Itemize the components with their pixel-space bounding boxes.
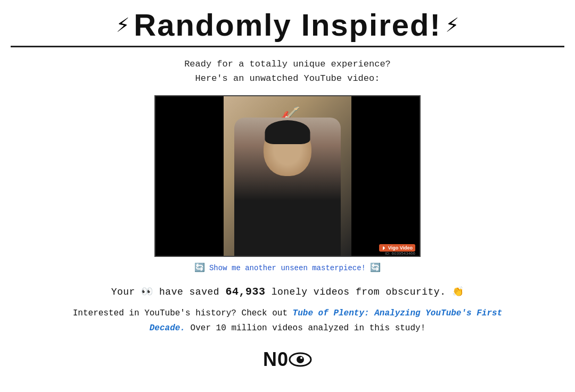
video-black-right (350, 96, 420, 256)
description-text-before: Interested in YouTube's history? Check o… (73, 308, 293, 318)
stats-suffix: lonely videos from obscurity. (272, 287, 446, 297)
refresh-link[interactable]: 🔄 Show me another unseen masterpiece! 🔄 (194, 264, 381, 272)
video-container[interactable]: 🎸 ⏵ Vigo Video ID: 6039543466 (154, 95, 421, 257)
stats-line: Your 👀 have saved 64,933 lonely videos f… (111, 286, 464, 298)
site-title: Randomly Inspired! (134, 10, 441, 40)
lightning-left-icon: ⚡ (116, 11, 129, 39)
description: Interested in YouTube's history? Check o… (59, 306, 516, 335)
header-section: ⚡ Randomly Inspired! ⚡ (11, 0, 564, 47)
bottom-logo: N0 (263, 348, 312, 371)
title-container: ⚡ Randomly Inspired! ⚡ (116, 10, 459, 40)
video-black-left (155, 96, 225, 256)
video-content: 🎸 (224, 96, 351, 256)
refresh-link-text: Show me another unseen masterpiece! (209, 264, 366, 272)
bottom-logo-eye-icon (289, 352, 312, 368)
refresh-icon-left: 🔄 (194, 263, 205, 273)
lightning-right-icon: ⚡ (446, 11, 459, 39)
vigo-badge: ⏵ Vigo Video (379, 244, 415, 252)
stats-eyes-emoji: 👀 (141, 287, 153, 297)
vigo-id: ID: 6039543466 (385, 251, 415, 256)
svg-point-2 (300, 357, 302, 359)
video-placeholder: 🎸 ⏵ Vigo Video ID: 6039543466 (155, 96, 420, 256)
refresh-icon-right: 🔄 (370, 263, 381, 273)
video-person-figure (234, 118, 341, 256)
stats-clap-emoji: 👏 (452, 287, 464, 297)
stats-middle: have saved (159, 287, 219, 297)
subtitle-line1: Ready for a totally unique experience? (184, 57, 391, 71)
subtitle: Ready for a totally unique experience? H… (184, 57, 391, 86)
subtitle-line2: Here's an unwatched YouTube video: (184, 71, 391, 86)
refresh-container[interactable]: 🔄 Show me another unseen masterpiece! 🔄 (194, 262, 381, 273)
description-text-after: Over 10 million videos analyzed in this … (185, 323, 425, 333)
svg-point-1 (297, 356, 304, 363)
bottom-logo-text: N0 (263, 348, 289, 371)
stats-prefix: Your (111, 287, 135, 297)
stats-count: 64,933 (225, 286, 265, 298)
